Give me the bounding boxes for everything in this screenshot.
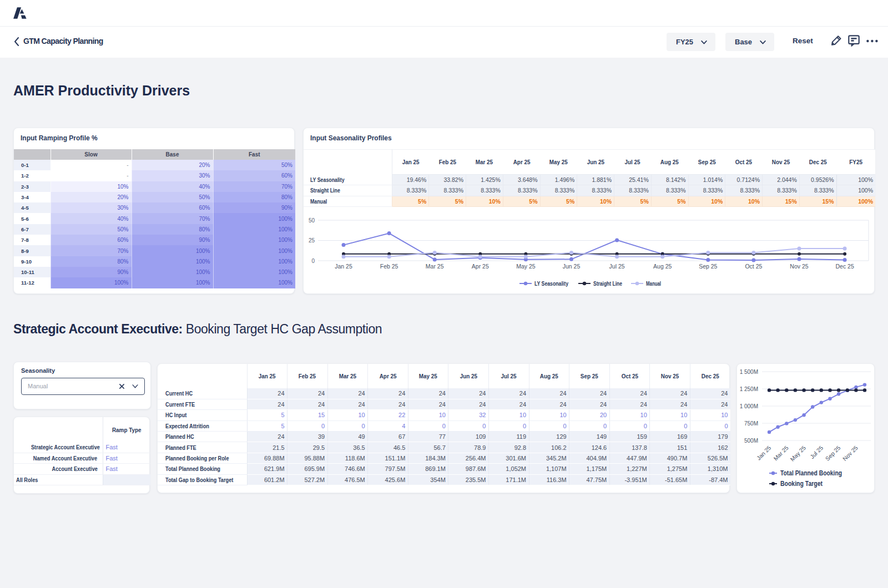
svg-text:500M: 500M bbox=[744, 438, 758, 444]
svg-text:1 000M: 1 000M bbox=[740, 403, 758, 409]
svg-text:LY Seasonality: LY Seasonality bbox=[534, 280, 568, 287]
svg-text:Booking Target: Booking Target bbox=[780, 480, 823, 488]
svg-text:Dec 25: Dec 25 bbox=[835, 263, 854, 270]
svg-text:May 25: May 25 bbox=[789, 444, 807, 463]
svg-text:Aug 25: Aug 25 bbox=[653, 263, 672, 270]
svg-text:1 250M: 1 250M bbox=[740, 386, 758, 392]
svg-text:Jul 25: Jul 25 bbox=[609, 263, 625, 270]
svg-text:Sep 25: Sep 25 bbox=[824, 444, 841, 462]
svg-text:Jan 25: Jan 25 bbox=[755, 444, 773, 462]
svg-text:50: 50 bbox=[309, 217, 315, 224]
svg-text:Nov 25: Nov 25 bbox=[841, 444, 859, 462]
svg-text:1 500M: 1 500M bbox=[740, 369, 758, 375]
svg-text:Oct 25: Oct 25 bbox=[745, 263, 762, 270]
svg-text:Apr 25: Apr 25 bbox=[472, 263, 489, 270]
svg-text:Mar 25: Mar 25 bbox=[772, 444, 790, 462]
svg-text:Jun 25: Jun 25 bbox=[563, 263, 581, 270]
svg-text:Manual: Manual bbox=[646, 280, 661, 287]
svg-text:Mar 25: Mar 25 bbox=[426, 263, 444, 270]
svg-text:0: 0 bbox=[311, 258, 315, 264]
svg-text:Total Planned Booking: Total Planned Booking bbox=[780, 469, 842, 477]
svg-text:May 25: May 25 bbox=[516, 263, 536, 270]
svg-text:Sep 25: Sep 25 bbox=[699, 263, 717, 270]
svg-text:Feb 25: Feb 25 bbox=[380, 263, 398, 270]
svg-text:Jan 25: Jan 25 bbox=[335, 263, 352, 270]
svg-text:Nov 25: Nov 25 bbox=[790, 263, 808, 270]
svg-text:Straight Line: Straight Line bbox=[593, 280, 622, 287]
svg-text:Jul 25: Jul 25 bbox=[809, 444, 824, 460]
svg-text:750M: 750M bbox=[744, 420, 758, 427]
svg-text:25: 25 bbox=[309, 237, 315, 244]
